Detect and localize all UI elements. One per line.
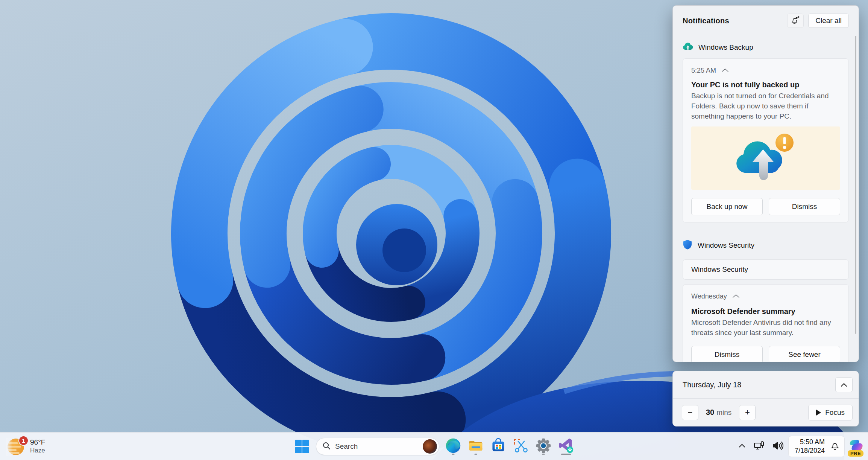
file-explorer-icon	[467, 437, 484, 455]
clear-all-button[interactable]: Clear all	[808, 14, 849, 28]
backup-title: Your PC is not fully backed up	[691, 81, 840, 89]
backup-timestamp-row[interactable]: 5:25 AM	[691, 65, 840, 75]
focus-minutes-unit: mins	[716, 408, 731, 416]
taskbar-center-group: Search	[293, 433, 575, 460]
network-tray-button[interactable]	[751, 437, 767, 455]
weather-condition: Haze	[30, 446, 45, 455]
weather-widget[interactable]: 1 96°F Haze	[4, 433, 49, 460]
tray-date: 7/18/2024	[795, 446, 825, 455]
defender-notification-card[interactable]: Wednesday Microsoft Defender summary Mic…	[683, 284, 849, 362]
settings-taskbar-button[interactable]	[535, 437, 552, 456]
defender-title: Microsoft Defender summary	[691, 307, 840, 316]
hidden-icons-button[interactable]	[736, 437, 748, 455]
backup-notification-card[interactable]: 5:25 AM Your PC is not fully backed up B…	[683, 58, 849, 222]
focus-minutes-number: 30	[706, 408, 714, 416]
defender-timestamp-row[interactable]: Wednesday	[691, 291, 840, 301]
notification-header-actions: Clear all	[787, 14, 849, 28]
see-fewer-button[interactable]: See fewer	[769, 346, 840, 362]
clock-notification-button[interactable]: 5:50 AM 7/18/2024	[788, 436, 845, 457]
focus-session-row: − 30mins + Focus	[673, 399, 859, 426]
chevron-up-icon	[732, 293, 740, 300]
visual-studio-icon	[558, 437, 574, 455]
snip-selection-icon	[514, 439, 520, 445]
snipping-tool-taskbar-button[interactable]	[512, 437, 530, 456]
do-not-disturb-button[interactable]	[787, 14, 804, 28]
focus-button-label: Focus	[825, 408, 845, 417]
start-button[interactable]	[293, 437, 311, 456]
play-icon	[816, 410, 821, 416]
system-tray: 5:50 AM 7/18/2024 PRE	[736, 433, 865, 460]
search-placeholder: Search	[335, 442, 418, 451]
cloud-backup-icon	[683, 42, 693, 53]
notification-center-panel: Notifications Clear all	[672, 5, 859, 362]
taskbar: 1 96°F Haze Search	[0, 432, 868, 460]
cloud-upload-warning-illustration	[729, 129, 803, 187]
volume-tray-button[interactable]	[769, 437, 786, 455]
tray-time: 5:50 AM	[800, 438, 825, 446]
defender-body: Microsoft Defender Antivirus did not fin…	[691, 317, 840, 338]
backup-body: Backup is not turned on for Credentials …	[691, 91, 840, 121]
back-up-now-button[interactable]: Back up now	[691, 198, 763, 215]
notification-bell-icon	[830, 441, 840, 452]
edge-running-indicator	[452, 454, 455, 455]
focus-minutes-value: 30mins	[706, 408, 731, 417]
backup-timestamp: 5:25 AM	[691, 67, 716, 75]
calendar-collapse-button[interactable]	[835, 377, 853, 392]
edge-icon	[445, 437, 461, 455]
copilot-preview-badge: PRE	[848, 450, 863, 457]
focus-minutes-increase-button[interactable]: +	[739, 405, 756, 420]
focus-minutes-decrease-button[interactable]: −	[682, 405, 698, 420]
taskbar-search-box[interactable]: Search	[316, 438, 439, 455]
file-explorer-taskbar-button[interactable]	[467, 437, 484, 456]
chevron-up-icon	[721, 67, 729, 74]
visual-studio-active-indicator	[561, 454, 571, 455]
desktop: Notifications Clear all	[0, 0, 868, 460]
gear-icon	[535, 437, 552, 455]
backup-dismiss-button[interactable]: Dismiss	[769, 198, 840, 215]
defender-timestamp: Wednesday	[691, 292, 727, 300]
shield-icon	[683, 239, 692, 251]
notifications-title: Notifications	[683, 17, 729, 25]
defender-dismiss-button[interactable]: Dismiss	[691, 346, 763, 362]
edge-taskbar-button[interactable]	[445, 437, 462, 456]
microsoft-store-taskbar-button[interactable]	[490, 437, 507, 456]
speaker-icon	[772, 441, 783, 452]
panel-scrollbar[interactable]	[855, 36, 856, 334]
search-icon	[322, 442, 331, 451]
windows-security-group-label: Windows Security	[698, 241, 754, 250]
file-explorer-running-indicator	[475, 454, 477, 455]
windows-logo-icon	[295, 440, 309, 453]
windows-security-header-card[interactable]: Windows Security	[683, 259, 849, 280]
backup-actions: Back up now Dismiss	[691, 198, 840, 215]
visual-studio-taskbar-button[interactable]	[557, 437, 575, 456]
weather-temperature: 96°F	[30, 438, 45, 446]
chevron-up-icon	[841, 381, 847, 388]
chevron-up-icon	[738, 443, 746, 450]
defender-actions: Dismiss See fewer	[691, 346, 840, 362]
backup-hero-image	[691, 126, 840, 190]
calendar-flyout: Thursday, July 18 − 30mins + Focus	[672, 371, 859, 426]
copilot-tray-button[interactable]: PRE	[847, 436, 865, 457]
bing-daily-image[interactable]	[423, 439, 437, 454]
haze-weather-icon: 1	[8, 437, 26, 456]
windows-backup-group-label: Windows Backup	[698, 43, 753, 52]
windows-security-group-header: Windows Security	[683, 240, 849, 251]
windows-backup-group-header: Windows Backup	[683, 42, 849, 53]
calendar-header: Thursday, July 18	[673, 371, 859, 398]
settings-running-indicator	[542, 454, 545, 455]
microsoft-store-icon	[490, 437, 507, 455]
bell-sleep-icon	[791, 16, 800, 26]
ethernet-network-icon	[753, 440, 765, 452]
weather-notification-badge: 1	[18, 436, 29, 446]
focus-start-button[interactable]: Focus	[808, 405, 853, 420]
notification-header: Notifications Clear all	[683, 13, 849, 28]
windows-security-card-title: Windows Security	[691, 265, 748, 274]
calendar-date: Thursday, July 18	[683, 381, 741, 389]
